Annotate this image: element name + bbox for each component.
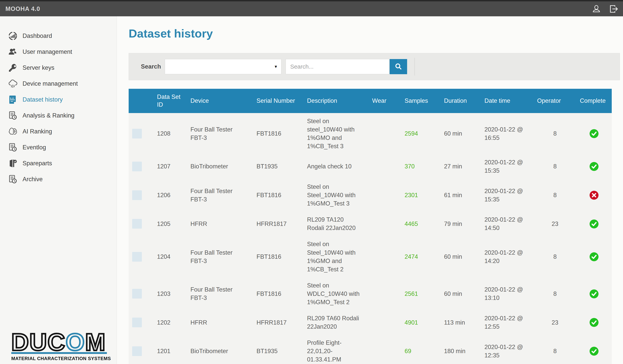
complete-failed-icon [590,191,599,200]
column-header-serial-number: Serial Number [253,89,304,113]
column-header-data-set-id: Data Set ID [154,89,187,113]
search-input[interactable] [286,59,389,74]
cell-description: RL209 TA120 Rodali 22Jan2020 [304,212,369,236]
table-row: 1207BioTribometerBT1935Angela check 1037… [129,154,612,179]
sidebar-item-user-management[interactable]: User management [0,44,117,60]
row-checkbox[interactable] [132,190,142,200]
page-title: Dataset history [129,27,623,40]
cell-data-set-id: 1201 [154,335,187,364]
cell-operator: 23 [534,212,576,236]
sidebar-item-archive[interactable]: Archive [0,171,117,187]
row-checkbox[interactable] [132,219,142,229]
row-checkbox[interactable] [132,346,142,356]
samples-link[interactable]: 2301 [405,192,418,198]
cell-operator: 8 [534,335,576,364]
samples-link[interactable]: 4901 [405,319,418,326]
table-header-row: Data Set IDDeviceSerial NumberDescriptio… [129,89,612,113]
dataset-chart-icon [8,95,18,104]
cell-operator: 8 [534,277,576,310]
search-label: Search [141,63,161,70]
column-header-description: Description [304,89,369,113]
ducom-logo-word: DUCOM [11,330,107,354]
complete-success-icon [590,289,599,298]
cell-select [129,335,154,364]
samples-link[interactable]: 4465 [405,220,418,227]
cell-complete [576,113,612,154]
logo-letter: C [48,328,66,355]
row-checkbox[interactable] [132,318,142,327]
cell-data-set-id: 1208 [154,113,187,154]
cell-date-time: 2020-01-22 @ 12:55 [481,310,534,335]
complete-success-icon [590,252,599,261]
cell-samples: 2474 [401,236,441,277]
cell-device: BioTribometer [187,335,253,364]
cell-complete [576,335,612,364]
cell-serial-number: FBT1816 [253,113,304,154]
sidebar-item-dataset-history[interactable]: Dataset history [0,92,117,107]
cell-device: HFRR [187,212,253,236]
samples-link[interactable]: 2474 [405,253,418,260]
cell-description: Steel on steel_10W40 with 1%GMO and 1%CB… [304,113,369,154]
sidebar-item-eventlog[interactable]: Eventlog [0,139,117,155]
key-icon [8,63,18,72]
cell-device: BioTribometer [187,154,253,179]
complete-success-icon [590,162,599,171]
cell-duration: 61 min [441,179,481,212]
sidebar-item-label: Spareparts [22,160,52,167]
cell-operator: 8 [534,154,576,179]
cell-device: Four Ball Tester FBT-3 [187,179,253,212]
cell-complete [576,277,612,310]
search-button[interactable] [390,59,407,74]
search-field-select[interactable]: ▼ [165,59,281,74]
sidebar-item-dashboard[interactable]: Dashboard [0,28,117,44]
search-divider [415,58,415,76]
column-header-wear: Wear [369,89,401,113]
search-panel: Search ▼ [129,53,620,80]
table-row: 1203Four Ball Tester FBT-3FBT1816Steel o… [129,277,612,310]
column-header-device: Device [187,89,253,113]
samples-link[interactable]: 2594 [405,130,418,137]
cell-date-time: 2020-01-22 @ 16:55 [481,113,534,154]
sidebar-item-label: Eventlog [22,144,46,151]
logo-letter: U [29,328,47,355]
row-checkbox[interactable] [132,129,142,138]
sidebar-item-device-management[interactable]: Device management [0,76,117,92]
table-row: 1208Four Ball Tester FBT-3FBT1816Steel o… [129,113,612,154]
samples-link[interactable]: 370 [405,163,415,170]
sidebar-item-analysis-ranking[interactable]: Analysis & Ranking [0,107,117,124]
samples-link[interactable]: 69 [405,348,411,354]
users-icon [8,47,18,57]
cell-device: HFRR [187,310,253,335]
sidebar-item-spareparts[interactable]: Spareparts [0,155,117,171]
row-checkbox[interactable] [132,252,142,262]
cell-wear [369,335,401,364]
cell-duration: 180 min [441,335,481,364]
sidebar-item-label: AI Ranking [22,128,52,135]
topbar: MOOHA 4.0 [0,0,623,16]
cell-operator: 8 [534,179,576,212]
cell-date-time: 2020-01-22 @ 15:35 [481,179,534,212]
samples-link[interactable]: 2561 [405,290,418,297]
cell-wear [369,179,401,212]
cell-complete [576,310,612,335]
logout-icon[interactable] [609,4,618,13]
cell-data-set-id: 1206 [154,179,187,212]
cell-data-set-id: 1207 [154,154,187,179]
sidebar: DashboardUser managementServer keysDevic… [0,16,117,364]
cell-serial-number: HFRR1817 [253,310,304,335]
cell-description: Steel on WDLC_10W40 with 1%GMO_Test 2 [304,277,369,310]
sidebar-item-label: User management [22,48,72,55]
row-checkbox[interactable] [132,289,142,299]
cell-samples: 2561 [401,277,441,310]
user-account-icon[interactable] [592,4,601,13]
column-header-duration: Duration [441,89,481,113]
cell-wear [369,236,401,277]
cell-description: Angela check 10 [304,154,369,179]
table-row: 1202HFRRHFRR1817RL209 TA60 Rodali 22Jan2… [129,310,612,335]
logo-tagline: MATERIAL CHARACTERIZATION SYSTEMS [11,356,107,361]
sidebar-item-ai-ranking[interactable]: AI Ranking [0,124,117,139]
sidebar-item-server-keys[interactable]: Server keys [0,60,117,76]
cell-duration: 60 min [441,113,481,154]
cell-select [129,113,154,154]
row-checkbox[interactable] [132,162,142,171]
